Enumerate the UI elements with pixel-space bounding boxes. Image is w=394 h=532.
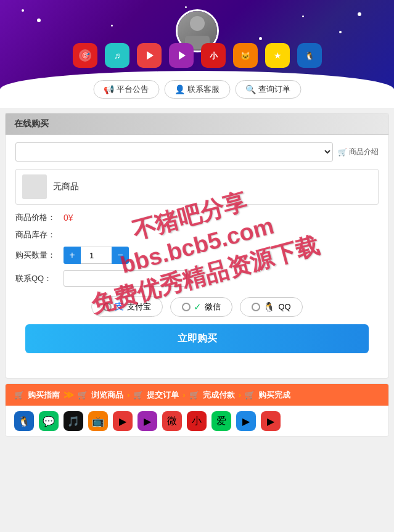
query-order-button[interactable]: 🔍 查询订单	[235, 80, 301, 99]
bottom-icon-tiktok[interactable]: 🎵	[64, 411, 83, 431]
qq-label-pay: QQ	[278, 302, 290, 311]
payment-qq[interactable]: 🐧 QQ	[240, 297, 302, 317]
step3-icon: 🛒	[189, 390, 199, 399]
svg-text:🎯: 🎯	[80, 51, 89, 60]
buy-button[interactable]: 立即购买	[25, 324, 369, 353]
qty-label: 购买数量：	[15, 250, 59, 261]
svg-text:♬: ♬	[113, 51, 120, 60]
bottom-icon-iqiyi[interactable]: 爱	[211, 411, 231, 431]
payment-row: 支 支付宝 ✓ 微信 🐧 QQ	[15, 297, 379, 317]
dropdown-row: 🛒 商品介绍	[15, 142, 379, 162]
app-icon-listen[interactable]: ♬	[105, 43, 129, 68]
qq-row: 联系QQ：	[15, 270, 379, 287]
bottom-icon-video-red[interactable]: ▶	[113, 411, 133, 431]
wechat-label: 微信	[205, 301, 221, 313]
alipay-label: 支付宝	[127, 301, 151, 313]
app-icon-xigua[interactable]: 🎯	[73, 43, 97, 68]
app-icon-youku[interactable]	[137, 43, 162, 68]
step4-label: 购买完成	[258, 390, 290, 401]
guide-arrow: ≫	[64, 389, 74, 401]
price-row: 商品价格： 0¥	[15, 212, 379, 223]
wechat-icon: ✓	[194, 301, 202, 313]
product-info-row: 无商品	[15, 169, 379, 205]
bottom-icon-blue-play[interactable]: ▶	[236, 411, 256, 431]
svg-marker-7	[179, 51, 186, 60]
svg-marker-6	[147, 51, 154, 60]
contact-service-button[interactable]: 👤 联系客服	[164, 80, 230, 99]
svg-text:🐱: 🐱	[240, 51, 251, 61]
app-icons-row: 🎯 ♬ 小 🐱 ★ 🐧	[73, 43, 322, 68]
product-name: 无商品	[53, 181, 79, 192]
main-content: 不猪吧分享 bbs.bcb5.com 免费优秀精品资源下载 在线购买 🛒 商品介…	[5, 113, 389, 379]
buy-button-label: 立即购买	[178, 333, 217, 343]
category-dropdown[interactable]	[15, 142, 333, 162]
guide-icon: 🛒	[14, 390, 24, 399]
form-body: 🛒 商品介绍 无商品 商品价格： 0¥ 商品库存： 购买数量： +	[6, 135, 388, 370]
service-label: 联系客服	[187, 84, 220, 95]
guide-title: 购买指南	[28, 390, 60, 401]
step1-label: 浏览商品	[91, 390, 123, 401]
bottom-icon-orange[interactable]: 📺	[88, 411, 108, 431]
step2-label: 提交订单	[147, 390, 179, 401]
query-icon: 🔍	[245, 84, 256, 94]
app-icon-xiaohongshu[interactable]: 小	[201, 43, 226, 68]
qty-row: 购买数量： + −	[15, 247, 379, 264]
qty-control: + −	[64, 247, 129, 264]
header-banner: 🎯 ♬ 小 🐱 ★ 🐧 📢 平台公告 👤 联系客服	[0, 0, 394, 108]
qq-label: 联系QQ：	[15, 273, 59, 284]
step1-icon: 🛒	[78, 390, 88, 399]
bottom-icon-qq[interactable]: 🐧	[14, 411, 34, 431]
alipay-icon: 支	[115, 301, 124, 313]
arrow3: ›	[239, 390, 241, 399]
payment-wechat[interactable]: ✓ 微信	[170, 297, 232, 317]
header-nav-bar: 📢 平台公告 👤 联系客服 🔍 查询订单	[93, 80, 301, 99]
bottom-icon-red-play[interactable]: ▶	[261, 411, 281, 431]
bottom-icon-xhs[interactable]: 小	[187, 411, 207, 431]
guide-section: 🛒 购买指南 ≫ 🛒 浏览商品 › 🛒 提交订单 › 🛒 完成付款 › 🛒 购买…	[5, 383, 389, 436]
announcement-icon: 📢	[104, 84, 114, 94]
product-thumbnail	[22, 174, 47, 199]
payment-alipay[interactable]: 支 支付宝	[91, 297, 163, 317]
bottom-icon-weibo[interactable]: 微	[162, 411, 182, 431]
section-header: 在线购买	[6, 113, 388, 135]
app-icon-qq[interactable]: 🐧	[297, 43, 322, 68]
qty-input[interactable]	[81, 247, 112, 264]
arrow2: ›	[183, 390, 185, 399]
qty-decrease-button[interactable]: −	[112, 247, 129, 264]
app-icon-star[interactable]: ★	[265, 43, 290, 68]
bottom-icons-row: 🐧 💬 🎵 📺 ▶ ▶ 微 小 爱 ▶ ▶	[6, 406, 388, 436]
step2-icon: 🛒	[133, 390, 143, 399]
app-icon-video[interactable]	[169, 43, 194, 68]
step3-label: 完成付款	[203, 390, 235, 401]
stock-row: 商品库存：	[15, 229, 379, 240]
announcement-label: 平台公告	[117, 84, 149, 95]
arrow1: ›	[127, 390, 129, 399]
stock-label: 商品库存：	[15, 229, 59, 240]
qq-radio[interactable]	[252, 303, 260, 311]
svg-text:小: 小	[208, 51, 218, 60]
product-icon: 🛒	[338, 148, 347, 157]
wechat-radio[interactable]	[182, 303, 191, 311]
bottom-icon-purple[interactable]: ▶	[137, 411, 157, 431]
svg-text:★: ★	[273, 51, 281, 60]
price-value: 0¥	[64, 213, 73, 223]
section-title: 在线购买	[14, 118, 49, 128]
qq-input[interactable]	[64, 270, 187, 287]
platform-announcement-button[interactable]: 📢 平台公告	[93, 80, 159, 99]
service-icon: 👤	[174, 84, 185, 94]
alipay-radio[interactable]	[103, 303, 112, 311]
svg-point-0	[190, 16, 205, 31]
qq-pay-icon: 🐧	[263, 301, 275, 313]
query-label: 查询订单	[258, 84, 290, 95]
product-intro-label: 🛒 商品介绍	[338, 147, 379, 157]
bottom-icon-wechat[interactable]: 💬	[39, 411, 59, 431]
svg-text:🐧: 🐧	[305, 51, 315, 61]
step4-icon: 🛒	[245, 390, 255, 399]
qty-increase-button[interactable]: +	[64, 247, 81, 264]
app-icon-cat[interactable]: 🐱	[233, 43, 258, 68]
guide-header: 🛒 购买指南 ≫ 🛒 浏览商品 › 🛒 提交订单 › 🛒 完成付款 › 🛒 购买…	[6, 384, 388, 406]
price-label: 商品价格：	[15, 212, 59, 223]
